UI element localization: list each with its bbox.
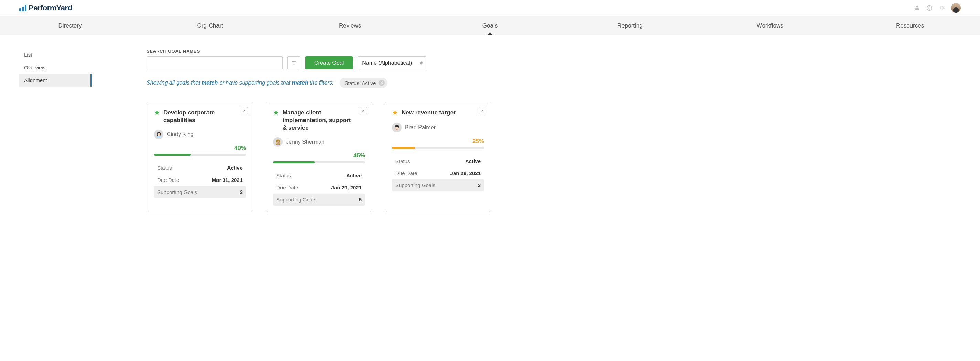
- logo[interactable]: PerformYard: [19, 3, 72, 13]
- status-label: Status: [276, 173, 291, 179]
- expand-icon[interactable]: [240, 107, 248, 114]
- goal-title: New revenue target: [402, 109, 456, 117]
- goal-card: Manage client implementation, support & …: [266, 102, 372, 212]
- content-area: SEARCH GOAL NAMES Create Goal Name (Alph…: [92, 49, 961, 212]
- sidebar: ListOverviewAlignment: [19, 49, 92, 212]
- create-goal-button[interactable]: Create Goal: [305, 56, 353, 70]
- nav-item-resources[interactable]: Resources: [840, 16, 980, 35]
- status-value: Active: [346, 173, 362, 179]
- sidebar-item-list[interactable]: List: [19, 49, 92, 61]
- supporting-value: 5: [359, 197, 362, 203]
- supporting-value: 3: [478, 182, 481, 188]
- status-value: Active: [465, 158, 481, 164]
- sort-select[interactable]: Name (Alphabetical): [358, 56, 426, 70]
- owner-name: Jenny Sherman: [286, 139, 325, 145]
- status-value: Active: [227, 165, 243, 171]
- nav-item-workflows[interactable]: Workflows: [700, 16, 840, 35]
- progress-bar: [154, 154, 246, 156]
- expand-icon[interactable]: [360, 107, 367, 114]
- topbar: PerformYard: [0, 0, 980, 16]
- logo-icon: [19, 5, 27, 11]
- supporting-value: 3: [240, 189, 243, 195]
- gear-icon[interactable]: [939, 5, 945, 11]
- supporting-goals-row[interactable]: Supporting Goals 3: [392, 179, 484, 191]
- nav-item-orgchart[interactable]: Org-Chart: [140, 16, 280, 35]
- goal-cards: Develop corporate capabilities 👩🏻‍💼 Cind…: [146, 102, 961, 212]
- goal-title: Develop corporate capabilities: [164, 109, 236, 124]
- supporting-label: Supporting Goals: [395, 182, 435, 188]
- nav-item-goals[interactable]: Goals: [420, 16, 560, 35]
- main-content: ListOverviewAlignment SEARCH GOAL NAMES …: [0, 35, 980, 212]
- search-input[interactable]: [146, 56, 283, 70]
- goal-owner[interactable]: 👩🏼 Jenny Sherman: [273, 137, 365, 147]
- goal-title: Manage client implementation, support & …: [283, 109, 355, 132]
- star-icon: [154, 110, 160, 117]
- sort-selected: Name (Alphabetical): [362, 60, 412, 66]
- star-icon: [273, 110, 279, 117]
- user-avatar[interactable]: [951, 3, 961, 13]
- due-date-row: Due Date Jan 29, 2021: [392, 167, 484, 179]
- filter-chip-label: Status: Active: [344, 80, 376, 86]
- progress-bar: [392, 147, 484, 149]
- goal-owner[interactable]: 👨🏻 Brad Palmer: [392, 123, 484, 132]
- goal-owner[interactable]: 👩🏻‍💼 Cindy King: [154, 130, 246, 139]
- due-date-label: Due Date: [395, 170, 417, 176]
- progress-percent: 25%: [392, 138, 484, 145]
- status-row: Status Active: [392, 155, 484, 167]
- status-row: Status Active: [273, 169, 365, 182]
- org-icon[interactable]: [914, 5, 920, 11]
- status-label: Status: [395, 158, 410, 164]
- logo-text: PerformYard: [29, 3, 72, 13]
- goal-card: Develop corporate capabilities 👩🏻‍💼 Cind…: [146, 102, 253, 212]
- nav-item-reporting[interactable]: Reporting: [560, 16, 700, 35]
- owner-name: Cindy King: [167, 131, 193, 138]
- filter-button[interactable]: [287, 56, 301, 70]
- filter-description: Showing all goals that match or have sup…: [146, 78, 961, 88]
- sidebar-item-overview[interactable]: Overview: [19, 61, 92, 74]
- due-date-row: Due Date Mar 31, 2021: [154, 174, 246, 186]
- nav-item-reviews[interactable]: Reviews: [280, 16, 420, 35]
- topbar-actions: [914, 3, 961, 13]
- due-date-row: Due Date Jan 29, 2021: [273, 182, 365, 193]
- supporting-goals-row[interactable]: Supporting Goals 3: [154, 186, 246, 198]
- supporting-goals-row[interactable]: Supporting Goals 5: [273, 193, 365, 206]
- owner-name: Brad Palmer: [405, 125, 436, 131]
- goal-card: New revenue target 👨🏻 Brad Palmer 25% St…: [385, 102, 492, 212]
- filter-chip-remove[interactable]: ✕: [379, 80, 385, 86]
- progress-bar: [273, 161, 365, 163]
- search-label: SEARCH GOAL NAMES: [146, 49, 961, 54]
- owner-avatar: 👩🏼: [273, 137, 283, 147]
- owner-avatar: 👨🏻: [392, 123, 402, 132]
- status-row: Status Active: [154, 162, 246, 174]
- controls-row: Create Goal Name (Alphabetical): [146, 56, 961, 70]
- globe-icon[interactable]: [926, 5, 932, 11]
- main-nav: DirectoryOrg-ChartReviewsGoalsReportingW…: [0, 16, 980, 35]
- filter-chip-status: Status: Active ✕: [340, 78, 387, 88]
- progress-percent: 40%: [154, 145, 246, 152]
- due-date-value: Jan 29, 2021: [331, 185, 362, 190]
- supporting-label: Supporting Goals: [276, 197, 316, 203]
- due-date-label: Due Date: [276, 185, 298, 190]
- sort-arrows-icon: [420, 61, 423, 65]
- due-date-label: Due Date: [157, 177, 179, 183]
- sidebar-item-alignment[interactable]: Alignment: [19, 74, 92, 87]
- progress-percent: 45%: [273, 152, 365, 159]
- due-date-value: Mar 31, 2021: [212, 177, 243, 183]
- expand-icon[interactable]: [479, 107, 486, 114]
- filter-icon: [291, 60, 297, 66]
- owner-avatar: 👩🏻‍💼: [154, 130, 164, 139]
- status-label: Status: [157, 165, 172, 171]
- supporting-label: Supporting Goals: [157, 189, 197, 195]
- star-icon: [392, 110, 398, 117]
- due-date-value: Jan 29, 2021: [450, 170, 481, 176]
- nav-item-directory[interactable]: Directory: [0, 16, 140, 35]
